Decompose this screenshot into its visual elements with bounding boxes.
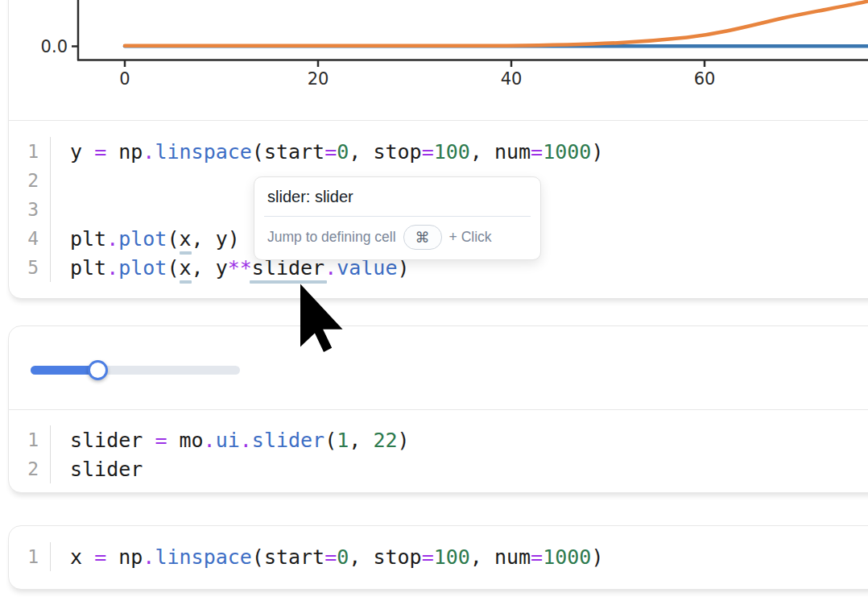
code-text: slider [70, 458, 143, 481]
line-number: 2 [8, 166, 51, 195]
tooltip-divider [264, 216, 531, 217]
code-text: y = np.linspace(start=0, stop=100, num=1… [70, 140, 603, 164]
line-number: 1 [8, 425, 51, 454]
slider-track[interactable] [31, 366, 240, 375]
line-number: 3 [8, 195, 51, 224]
tooltip-shortcut-suffix: + Click [449, 229, 492, 246]
x-tick-label-60: 60 [694, 69, 716, 89]
line-number: 5 [8, 253, 51, 282]
line-number: 2 [8, 454, 51, 483]
cell2-output-code-divider [9, 409, 868, 410]
code-line[interactable]: 1y = np.linspace(start=0, stop=100, num=… [8, 137, 868, 166]
variable-hover-tooltip: slider: slider Jump to defining cell ⌘ +… [254, 176, 541, 260]
cell-output-code-divider [9, 120, 868, 121]
line-series-orange [125, 2, 868, 46]
code-editor-x-cell[interactable]: 1x = np.linspace(start=0, stop=100, num=… [8, 542, 868, 571]
y-tick-label: 0.0 [41, 37, 68, 56]
x-tick-label-40: 40 [501, 69, 523, 89]
tooltip-action-label[interactable]: Jump to defining cell [267, 229, 396, 246]
line-number: 1 [8, 542, 51, 571]
line-number: 4 [8, 224, 51, 253]
code-line[interactable]: 1slider = mo.ui.slider(1, 22) [8, 425, 868, 454]
tooltip-variable-name: slider: slider [267, 188, 527, 206]
code-text: plt.plot(x, y) [70, 227, 240, 251]
code-text: slider = mo.ui.slider(1, 22) [70, 429, 410, 452]
mouse-cursor-icon [300, 284, 343, 353]
code-text: x = np.linspace(start=0, stop=100, num=1… [70, 545, 603, 569]
matplotlib-plot-output: 0.0 0 20 40 60 [8, 0, 868, 119]
x-tick-label-0: 0 [119, 69, 130, 89]
command-key-icon: ⌘ [403, 225, 442, 250]
x-tick-label-20: 20 [308, 69, 329, 89]
code-line[interactable]: 2slider [8, 454, 868, 483]
line-number: 1 [8, 137, 51, 166]
code-editor-slider-cell[interactable]: 1slider = mo.ui.slider(1, 22)2slider [8, 425, 868, 483]
code-line[interactable]: 1x = np.linspace(start=0, stop=100, num=… [8, 542, 868, 571]
